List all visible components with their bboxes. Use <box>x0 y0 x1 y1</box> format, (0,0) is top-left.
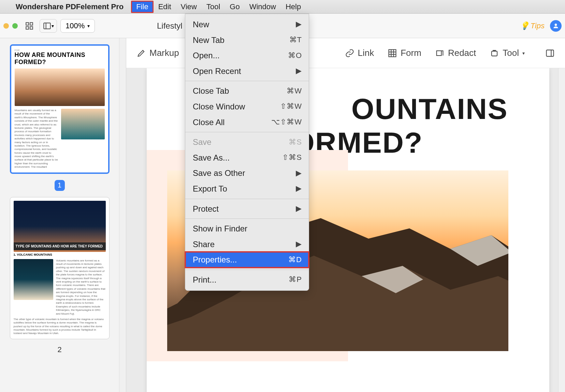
menu-item-label: Print... <box>193 274 216 286</box>
submenu-arrow-icon: ▶ <box>296 168 302 179</box>
menu-item-new[interactable]: New▶ <box>185 17 309 32</box>
svg-rect-14 <box>547 50 554 56</box>
menubar-item-go[interactable]: Go <box>225 1 244 13</box>
menu-item-label: Close Window <box>193 101 245 112</box>
svg-rect-3 <box>30 27 33 29</box>
menu-item-label: Open... <box>193 50 220 61</box>
menu-item-label: Protect <box>193 203 219 215</box>
menu-item-label: Close Tab <box>193 85 229 97</box>
link-label: Link <box>358 48 374 58</box>
menu-item-label: New Tab <box>193 34 224 46</box>
markup-button[interactable]: Markup <box>136 48 179 58</box>
thumb2-subtitle: 1. VOLCANIC MOUNTAINS <box>14 253 106 256</box>
menu-item-open-recent[interactable]: Open Recent▶ <box>185 63 309 79</box>
page-thumbnail-1[interactable]: FOR HOW ARE MOUNTAINS FORMED? Mountains … <box>10 44 110 174</box>
menu-item-label: Save As... <box>193 152 230 164</box>
menubar-item-edit[interactable]: Edit <box>154 1 176 13</box>
submenu-arrow-icon: ▶ <box>296 19 302 30</box>
window-controls <box>3 23 18 29</box>
zoom-select[interactable]: 100% ▾ <box>60 19 95 33</box>
sidebar-toggle[interactable]: ▾ <box>40 19 57 33</box>
menu-item-open[interactable]: Open...⌘O <box>185 48 309 63</box>
thumb1-image2 <box>61 109 105 139</box>
grid-view-icon[interactable] <box>25 21 34 31</box>
submenu-arrow-icon: ▶ <box>296 183 302 194</box>
tool-button[interactable]: Tool ▾ <box>490 48 525 58</box>
minimize-button[interactable] <box>3 23 9 29</box>
menu-item-properties[interactable]: Properties...⌘D <box>185 252 309 268</box>
svg-rect-0 <box>26 22 29 25</box>
menubar-item-view[interactable]: View <box>176 1 202 13</box>
menu-item-share[interactable]: Share▶ <box>185 237 309 252</box>
redact-button[interactable]: Redact <box>435 48 476 58</box>
link-button[interactable]: Link <box>345 48 374 58</box>
menu-item-label: Share <box>193 239 215 250</box>
svg-rect-13 <box>492 51 497 56</box>
menu-item-label: Open Recent <box>193 65 241 77</box>
submenu-arrow-icon: ▶ <box>296 66 302 76</box>
svg-rect-12 <box>437 51 441 56</box>
menu-separator <box>185 81 309 81</box>
lightbulb-icon: 💡 <box>520 21 529 30</box>
thumb2-title: TYPE OF MOUNTAINS AND HOW ARE THEY FORME… <box>14 242 106 250</box>
menu-item-print[interactable]: Print...⌘P <box>185 272 309 288</box>
menu-item-close-tab[interactable]: Close Tab⌘W <box>185 83 309 99</box>
menu-item-save-as-other[interactable]: Save as Other▶ <box>185 165 309 181</box>
menu-item-label: New <box>193 19 209 30</box>
tips-label: Tips <box>531 21 545 30</box>
menu-item-shortcut: ⌘O <box>288 50 302 61</box>
file-menu-dropdown: New▶New Tab⌘TOpen...⌘OOpen Recent▶Close … <box>185 14 309 291</box>
thumb1-image <box>15 69 105 106</box>
menu-item-protect[interactable]: Protect▶ <box>185 201 309 217</box>
svg-rect-1 <box>30 22 33 25</box>
menubar-item-help[interactable]: Help <box>281 1 306 13</box>
menu-item-label: Save <box>193 136 212 148</box>
menubar-item-window[interactable]: Window <box>245 1 281 13</box>
form-button[interactable]: Form <box>388 48 421 58</box>
chevron-down-icon: ▾ <box>52 23 54 29</box>
maximize-button[interactable] <box>12 23 18 29</box>
zoom-value: 100% <box>66 21 85 30</box>
menu-item-shortcut: ⇧⌘W <box>280 101 302 112</box>
menubar-item-tool[interactable]: Tool <box>202 1 225 13</box>
menu-item-close-window[interactable]: Close Window⇧⌘W <box>185 99 309 115</box>
submenu-arrow-icon: ▶ <box>296 239 302 250</box>
menu-item-shortcut: ⌘D <box>288 255 302 265</box>
markup-label: Markup <box>149 48 179 58</box>
user-avatar[interactable] <box>550 20 562 32</box>
menu-item-shortcut: ⌘W <box>287 86 302 96</box>
svg-point-6 <box>555 24 557 26</box>
sidebar-scrollbar[interactable] <box>119 38 126 392</box>
page-thumbnail-2[interactable]: TYPE OF MOUNTAINS AND HOW ARE THEY FORME… <box>10 197 110 339</box>
menu-item-label: Export To <box>193 183 227 195</box>
menu-item-save-as[interactable]: Save As...⇧⌘S <box>185 150 309 166</box>
tips-button[interactable]: 💡 Tips <box>520 21 545 30</box>
app-name[interactable]: Wondershare PDFelement Pro <box>16 2 124 11</box>
menu-item-shortcut: ⌥⇧⌘W <box>271 117 302 127</box>
menu-item-new-tab[interactable]: New Tab⌘T <box>185 32 309 48</box>
menu-item-save: Save⌘S <box>185 134 309 150</box>
thumbnail-sidebar: FOR HOW ARE MOUNTAINS FORMED? Mountains … <box>0 38 126 392</box>
menu-item-shortcut: ⌘S <box>289 137 302 148</box>
menu-item-close-all[interactable]: Close All⌥⇧⌘W <box>185 115 309 130</box>
page-number-1: 1 <box>55 180 65 191</box>
menu-item-export-to[interactable]: Export To▶ <box>185 181 309 197</box>
menu-separator <box>185 270 309 270</box>
menu-item-label: Close All <box>193 117 224 128</box>
tab-filename[interactable]: Lifestyl <box>157 21 183 31</box>
tool-label: Tool <box>503 48 519 58</box>
menu-item-show-in-finder[interactable]: Show in Finder <box>185 221 309 237</box>
panel-toggle-button[interactable] <box>545 48 555 58</box>
menu-item-label: Properties... <box>193 254 237 266</box>
thumb1-title: HOW ARE MOUNTAINS FORMED? <box>15 51 105 66</box>
chevron-down-icon: ▾ <box>522 50 525 56</box>
thumb2-image2 <box>14 259 53 300</box>
chevron-down-icon: ▾ <box>87 23 90 29</box>
svg-rect-4 <box>44 23 50 29</box>
menubar-item-file[interactable]: File <box>131 1 153 13</box>
thumb1-text: Mountains are usually formed as a result… <box>15 109 58 169</box>
canvas-scrollbar[interactable] <box>558 68 565 392</box>
menu-separator <box>185 132 309 132</box>
menu-separator <box>185 199 309 199</box>
submenu-arrow-icon: ▶ <box>296 203 302 214</box>
